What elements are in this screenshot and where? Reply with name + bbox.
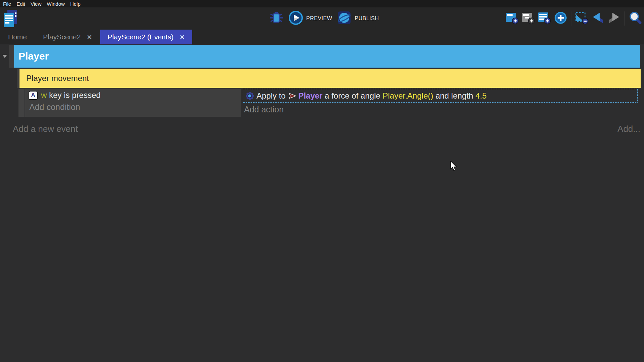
add-more-button[interactable]: Add... [617, 124, 640, 134]
comment-drag-handle[interactable] [17, 69, 19, 88]
publish-label: PUBLISH [355, 15, 379, 22]
tab-label: PlayScene2 (Events) [108, 33, 173, 41]
tab-bar: Home PlayScene2 ✕ PlayScene2 (Events) ✕ [0, 30, 644, 44]
add-action-button[interactable]: Add action [244, 105, 638, 114]
event-group-header[interactable]: Player [14, 45, 640, 68]
condition-key-pressed[interactable]: A w key is pressed [25, 89, 241, 100]
add-subevent-icon [522, 11, 535, 26]
gdevelop-window: File Edit View Window Help [0, 0, 644, 362]
action-text-middle: a force of angle [322, 91, 383, 101]
project-manager-button[interactable] [3, 9, 18, 28]
conditions-column: A w key is pressed Add condition [25, 89, 241, 117]
preview-button[interactable]: PREVIEW [288, 10, 332, 27]
action-text-and-length: and length [433, 91, 475, 101]
toolbar-separator [571, 11, 571, 26]
add-subevent-button[interactable] [521, 10, 536, 27]
keyboard-key-icon: A [29, 91, 38, 100]
undo-icon [591, 11, 605, 26]
menu-file[interactable]: File [3, 1, 11, 7]
search-events-button[interactable] [628, 10, 643, 27]
menu-bar: File Edit View Window Help [0, 0, 644, 7]
add-event-choice-button[interactable] [553, 10, 568, 27]
group-drag-handle[interactable] [9, 45, 14, 68]
events-toolbar [505, 7, 643, 30]
menu-help[interactable]: Help [70, 1, 81, 7]
action-apply-force[interactable]: Apply to Player a force of angle Player.… [243, 89, 638, 103]
undo-button[interactable] [591, 10, 605, 27]
comment-text: Player movement [26, 74, 89, 83]
condition-key-name: w [41, 90, 47, 100]
group-title: Player [18, 50, 49, 62]
action-length-value: 4.5 [475, 91, 486, 101]
action-angle-expression: Player.Angle() [383, 91, 433, 101]
toolbar-separator [625, 11, 625, 26]
tab-label: Home [8, 33, 27, 41]
event-row: A w key is pressed Add condition [0, 89, 644, 117]
tab-label: PlayScene2 [43, 33, 81, 41]
delete-selection-icon [575, 11, 589, 26]
add-comment-button[interactable] [537, 10, 552, 27]
comment-row: Player movement [0, 69, 644, 88]
delete-selection-button[interactable] [574, 10, 589, 27]
add-event-icon [506, 11, 519, 26]
tab-playscene2[interactable]: PlayScene2 ✕ [35, 30, 100, 44]
menu-view[interactable]: View [31, 1, 41, 7]
publish-globe-icon [337, 10, 352, 27]
actions-column: Apply to Player a force of angle Player.… [243, 89, 638, 117]
menu-window[interactable]: Window [47, 1, 65, 7]
debug-bug-icon [269, 10, 284, 27]
redo-button[interactable] [607, 10, 621, 27]
action-object-name: Player [298, 91, 322, 101]
menu-edit[interactable]: Edit [16, 1, 25, 7]
add-event-choice-icon [554, 11, 568, 26]
tab-home[interactable]: Home [0, 30, 35, 44]
action-text-prefix: Apply to [256, 91, 288, 101]
player-object-icon [289, 93, 296, 99]
close-icon[interactable]: ✕ [87, 34, 92, 40]
condition-text: key is pressed [47, 90, 100, 100]
event-drag-handle[interactable] [18, 89, 25, 117]
tab-playscene2-events[interactable]: PlayScene2 (Events) ✕ [100, 30, 192, 44]
preview-play-icon [288, 10, 303, 27]
preview-label: PREVIEW [306, 15, 332, 22]
force-gear-icon [245, 92, 254, 100]
add-comment-icon [538, 11, 551, 26]
comment-block[interactable]: Player movement [19, 69, 641, 88]
events-sheet: Player Player movement A w key is presse… [0, 44, 644, 362]
event-group-row: Player [0, 45, 644, 68]
add-new-event-button[interactable]: Add a new event [13, 124, 78, 134]
add-condition-button[interactable]: Add condition [29, 102, 241, 112]
publish-button[interactable]: PUBLISH [337, 10, 379, 27]
debug-button[interactable] [269, 10, 284, 27]
close-icon[interactable]: ✕ [179, 34, 185, 40]
add-event-button[interactable] [505, 10, 520, 27]
search-icon [629, 11, 642, 26]
toolbar-center: PREVIEW PUBLISH [269, 7, 379, 30]
project-manager-icon [3, 23, 18, 29]
main-toolbar: PREVIEW PUBLISH [0, 7, 644, 30]
chevron-down-icon[interactable] [2, 55, 7, 58]
redo-icon [607, 11, 621, 26]
